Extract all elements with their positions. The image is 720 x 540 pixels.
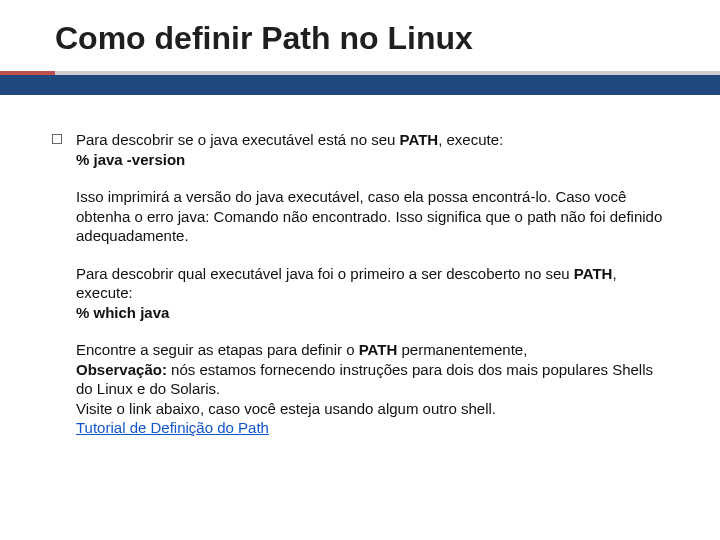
text: Encontre a seguir as etapas para definir…	[76, 341, 359, 358]
tutorial-link[interactable]: Tutorial de Definição do Path	[76, 419, 269, 436]
divider-bar	[0, 75, 720, 95]
body: Para descobrir se o java executável está…	[0, 95, 720, 438]
text: Para descobrir se o java executável está…	[76, 131, 400, 148]
text-bold: PATH	[359, 341, 398, 358]
paragraph-3: Para descobrir qual executável java foi …	[76, 264, 668, 323]
text: Visite o link abaixo, caso você esteja u…	[76, 400, 496, 417]
list-item: Para descobrir se o java executável está…	[52, 130, 668, 438]
slide: Como definir Path no Linux Para descobri…	[0, 0, 720, 540]
text-bold: PATH	[400, 131, 439, 148]
text: permanentemente,	[397, 341, 527, 358]
divider-line	[55, 71, 720, 75]
content: Para descobrir se o java executável está…	[76, 130, 668, 438]
command-text: % java -version	[76, 151, 185, 168]
paragraph-4: Encontre a seguir as etapas para definir…	[76, 340, 668, 438]
paragraph-2: Isso imprimirá a versão do java executáv…	[76, 187, 668, 246]
paragraph-1: Para descobrir se o java executável está…	[76, 130, 668, 169]
divider-top	[0, 71, 720, 75]
text: Para descobrir qual executável java foi …	[76, 265, 574, 282]
divider-accent	[0, 71, 55, 75]
text: , execute:	[438, 131, 503, 148]
slide-title: Como definir Path no Linux	[0, 20, 720, 63]
bullet-icon	[52, 134, 62, 144]
note-label: Observação:	[76, 361, 167, 378]
command-text: % which java	[76, 304, 169, 321]
title-divider	[0, 71, 720, 95]
text-bold: PATH	[574, 265, 613, 282]
